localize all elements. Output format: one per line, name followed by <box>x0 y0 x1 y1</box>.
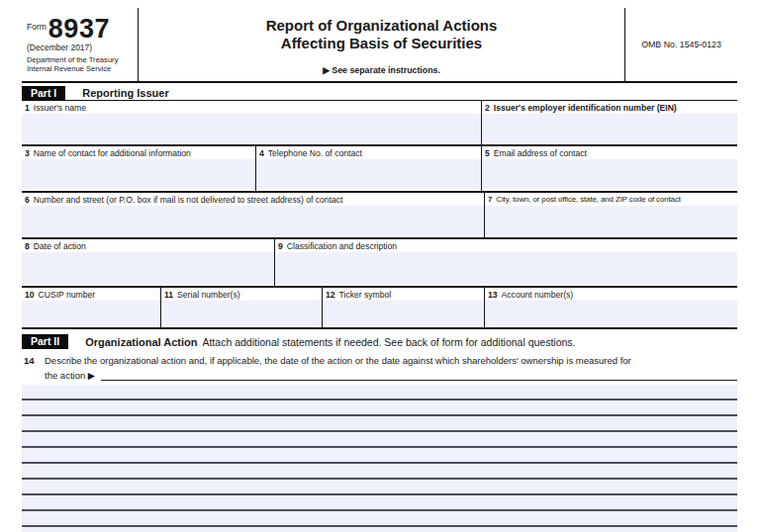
form-header: Form8937 (December 2017) Department of t… <box>22 8 737 83</box>
field-number: 7 <box>488 195 492 204</box>
part2-tag: Part II <box>22 334 68 349</box>
field-label-text: Serial number(s) <box>177 290 240 300</box>
omb-number: OMB No. 1545-0123 <box>641 40 721 49</box>
field-contact-city-state-zip: 7City, town, or post office, state, and … <box>485 193 737 237</box>
field-label-text: Classification and description <box>287 241 397 251</box>
field-label: 5Email address of contact <box>482 146 737 159</box>
contact-city-state-zip-input[interactable] <box>485 206 737 235</box>
field-number: 4 <box>259 148 264 158</box>
date-of-action-input[interactable] <box>22 252 274 284</box>
part2-title: Organizational Action <box>85 336 197 348</box>
field-ein: 2Issuer's employer identification number… <box>482 101 737 144</box>
field-label: 3Name of contact for additional informat… <box>22 146 255 159</box>
field-label-text: Email address of contact <box>494 148 587 158</box>
field-label-text: Number and street (or P.O. box if mail i… <box>34 195 343 205</box>
ticker-symbol-input[interactable] <box>323 301 484 325</box>
field-number: 5 <box>485 148 490 158</box>
classification-input[interactable] <box>275 252 737 284</box>
part1-header: Part I Reporting Issuer <box>22 86 737 101</box>
item-14-text-arrow: the action ▶ <box>45 368 101 383</box>
table-row: 1Issuer's name 2Issuer's employer identi… <box>22 101 737 146</box>
field-cusip: 10CUSIP number <box>22 288 161 327</box>
field-contact-street: 6Number and street (or P.O. box if mail … <box>22 193 485 237</box>
field-contact-name: 3Name of contact for additional informat… <box>22 146 256 191</box>
field-label: 7City, town, or post office, state, and … <box>485 193 737 206</box>
form-revision: (December 2017) <box>27 43 134 52</box>
item-14-text-line-2: the action ▶ <box>45 368 737 383</box>
field-number: 2 <box>485 103 490 113</box>
form-title-line-2: Affecting Basis of Securities <box>139 35 624 52</box>
table-row: 3Name of contact for additional informat… <box>22 146 737 193</box>
field-label-text: Name of contact for additional informati… <box>34 148 191 158</box>
field-label: 12Ticker symbol <box>323 288 484 301</box>
field-label-text: Issuer's employer identification number … <box>494 103 677 113</box>
field-number: 11 <box>164 290 173 300</box>
form-number-block: Form8937 (December 2017) Department of t… <box>22 8 139 81</box>
omb-block: OMB No. 1545-0123 <box>624 8 737 81</box>
field-label: 4Telephone No. of contact <box>256 146 481 159</box>
field-classification: 9Classification and description <box>275 239 737 286</box>
field-label-text: Ticker symbol <box>339 290 392 300</box>
item-14-text-line-1: Describe the organizational action and, … <box>45 353 737 368</box>
contact-email-input[interactable] <box>482 159 737 189</box>
field-number: 13 <box>488 290 498 300</box>
field-number: 10 <box>25 290 35 300</box>
organizational-action-description-area[interactable] <box>22 385 737 532</box>
issuers-name-input[interactable] <box>22 114 481 142</box>
contact-phone-input[interactable] <box>256 159 481 189</box>
part1-tag: Part I <box>22 86 65 101</box>
table-row: 6Number and street (or P.O. box if mail … <box>22 193 737 239</box>
table-row: 8Date of action 9Classification and desc… <box>22 239 737 288</box>
field-label: 11Serial number(s) <box>161 288 322 301</box>
field-number: 3 <box>25 148 30 158</box>
field-label: 10CUSIP number <box>22 288 160 301</box>
agency-line-2: Internal Revenue Service <box>27 65 134 74</box>
field-label-text: CUSIP number <box>39 290 96 300</box>
field-label: 8Date of action <box>22 239 274 252</box>
field-issuers-name: 1Issuer's name <box>22 101 482 144</box>
field-number: 9 <box>278 241 283 251</box>
account-numbers-input[interactable] <box>485 301 737 325</box>
see-instructions-note: ▶ See separate instructions. <box>139 65 624 75</box>
agency-block: Department of the Treasury Internal Reve… <box>27 56 134 73</box>
field-contact-email: 5Email address of contact <box>482 146 737 191</box>
form-title-block: Report of Organizational Actions Affecti… <box>139 8 624 81</box>
field-serial-numbers: 11Serial number(s) <box>161 288 323 327</box>
part1-title: Reporting Issuer <box>82 87 168 99</box>
field-label-text: Account number(s) <box>502 290 574 300</box>
form-8937-page: Form8937 (December 2017) Department of t… <box>0 0 761 532</box>
field-contact-phone: 4Telephone No. of contact <box>256 146 482 191</box>
action-description-input-line[interactable] <box>101 368 737 381</box>
item-14: 14 Describe the organizational action an… <box>22 353 737 383</box>
field-number: 8 <box>25 241 30 251</box>
part2-subtitle: Attach additional statements if needed. … <box>202 336 575 348</box>
field-label-text: City, town, or post office, state, and Z… <box>496 195 681 204</box>
field-ticker-symbol: 12Ticker symbol <box>323 288 485 327</box>
contact-name-input[interactable] <box>22 159 255 189</box>
table-row: 10CUSIP number 11Serial number(s) 12Tick… <box>22 288 737 329</box>
serial-numbers-input[interactable] <box>161 301 322 325</box>
form-title-line-1: Report of Organizational Actions <box>139 17 624 35</box>
cusip-input[interactable] <box>22 301 160 325</box>
contact-street-input[interactable] <box>22 206 484 235</box>
field-label: 6Number and street (or P.O. box if mail … <box>22 193 484 206</box>
field-label-text: Telephone No. of contact <box>268 148 362 158</box>
field-label-text: Date of action <box>34 241 86 251</box>
form-number: 8937 <box>48 16 110 42</box>
item-14-body: Describe the organizational action and, … <box>45 353 737 383</box>
form-word-label: Form <box>27 22 47 32</box>
field-label: 2Issuer's employer identification number… <box>482 101 737 114</box>
ein-input[interactable] <box>482 114 737 142</box>
part2-header: Part II Organizational Action Attach add… <box>22 334 737 349</box>
field-label: 9Classification and description <box>275 239 737 252</box>
field-label: 13Account number(s) <box>485 288 737 301</box>
item-14-number: 14 <box>22 353 45 383</box>
field-account-numbers: 13Account number(s) <box>485 288 737 327</box>
field-label: 1Issuer's name <box>22 101 481 114</box>
field-number: 1 <box>25 103 30 113</box>
field-label-text: Issuer's name <box>34 103 86 113</box>
field-number: 6 <box>25 195 30 205</box>
form-content: Form8937 (December 2017) Department of t… <box>22 0 737 532</box>
field-date-of-action: 8Date of action <box>22 239 275 286</box>
field-number: 12 <box>326 290 335 300</box>
